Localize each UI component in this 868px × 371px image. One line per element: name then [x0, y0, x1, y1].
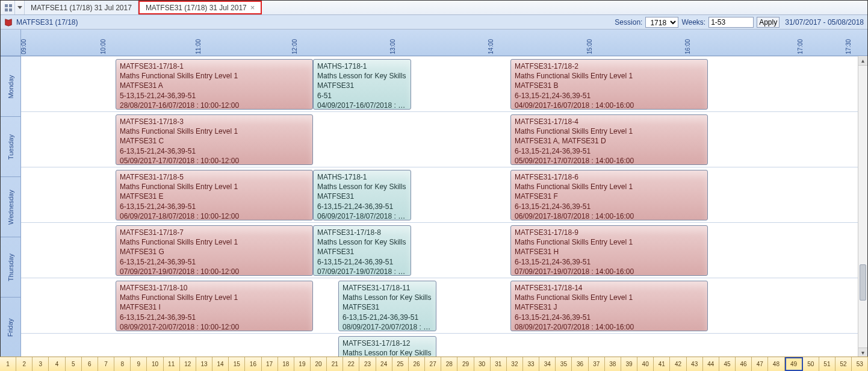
weeks-label: Weeks: — [681, 18, 705, 26]
week-cell[interactable]: 22 — [343, 357, 359, 371]
scroll-thumb[interactable] — [860, 264, 866, 301]
week-cell[interactable]: 16 — [245, 357, 261, 371]
hour-mark: 09:00 — [20, 39, 27, 54]
week-cell[interactable]: 7 — [98, 357, 114, 371]
hour-mark: 15:00 — [586, 39, 593, 54]
week-cell[interactable]: 37 — [589, 357, 605, 371]
tab-label: MATFSE31 (17/18) 31 Jul 2017 — [146, 4, 247, 12]
week-cell[interactable]: 45 — [719, 357, 736, 371]
week-cell[interactable]: 51 — [819, 357, 835, 371]
week-cell[interactable]: 21 — [327, 357, 343, 371]
tab-dropdown-icon[interactable] — [15, 1, 25, 14]
week-cell[interactable]: 14 — [212, 357, 229, 371]
week-cell[interactable]: 53 — [852, 357, 868, 371]
timetable-event[interactable]: MATFSE31-17/18-2Maths Functional Skills … — [510, 59, 708, 110]
week-cell[interactable]: 52 — [835, 357, 852, 371]
apply-button[interactable]: Apply — [757, 17, 780, 28]
timetable-event[interactable]: MATFSE31-17/18-4Maths Functional Skills … — [510, 114, 708, 165]
date-range: 31/07/2017 - 05/08/2018 — [785, 18, 864, 26]
tab-matfse31[interactable]: MATFSE31 (17/18) 31 Jul 2017 × — [138, 1, 262, 14]
week-cell[interactable]: 34 — [539, 357, 556, 371]
timetable-event[interactable]: MATFSE31-17/18-12Maths Lesson for Key Sk… — [338, 336, 436, 357]
week-cell[interactable]: 40 — [637, 357, 654, 371]
timetable-event[interactable]: MATFSE31-17/18-5Maths Functional Skills … — [116, 170, 313, 220]
close-icon[interactable]: × — [250, 3, 255, 12]
timetable-event[interactable]: MATFSE31-17/18-9Maths Functional Skills … — [510, 225, 708, 276]
week-cell[interactable]: 31 — [491, 357, 507, 371]
timetable-event[interactable]: MATHS-1718-1Maths Lesson for Key SkillsM… — [313, 170, 411, 220]
week-cell[interactable]: 1 — [0, 357, 16, 371]
grid-view-icon[interactable] — [2, 1, 15, 14]
timetable-event[interactable]: MATFSE31-17/18-14Maths Functional Skills… — [510, 281, 708, 331]
day-label: Wednesday — [1, 176, 20, 237]
week-cell[interactable]: 25 — [392, 357, 409, 371]
scroll-down-icon[interactable]: ▾ — [858, 348, 867, 357]
timetable-event[interactable]: MATFSE31-17/18-3Maths Functional Skills … — [116, 114, 313, 165]
day-row: MATFSE31-17/18-3Maths Functional Skills … — [21, 111, 867, 167]
week-cell[interactable]: 32 — [507, 357, 523, 371]
week-cell[interactable]: 39 — [621, 357, 637, 371]
week-cell[interactable]: 38 — [605, 357, 621, 371]
page-title: MATFSE31 (17/18) — [16, 18, 78, 26]
day-label: Thursday — [1, 237, 20, 297]
week-cell[interactable]: 3 — [33, 357, 49, 371]
week-cell[interactable]: 33 — [523, 357, 539, 371]
week-cell[interactable]: 27 — [425, 357, 441, 371]
week-cell[interactable]: 8 — [114, 357, 131, 371]
vertical-scrollbar[interactable]: ▴ ▾ — [858, 56, 867, 357]
scroll-up-icon[interactable]: ▴ — [858, 56, 867, 66]
timetable-event[interactable]: MATFSE31-17/18-10Maths Functional Skills… — [116, 281, 313, 331]
week-cell[interactable]: 50 — [803, 357, 819, 371]
week-cell[interactable]: 2 — [16, 357, 33, 371]
week-cell[interactable]: 29 — [457, 357, 474, 371]
week-cell[interactable]: 24 — [376, 357, 392, 371]
session-select[interactable]: 1718 — [645, 17, 678, 28]
week-cell[interactable]: 46 — [736, 357, 752, 371]
week-cell[interactable]: 15 — [229, 357, 245, 371]
week-cell[interactable]: 19 — [294, 357, 311, 371]
hour-mark: 10:00 — [100, 39, 107, 54]
book-icon — [4, 18, 13, 26]
timetable-event[interactable]: MATFSE31-17/18-7Maths Functional Skills … — [116, 225, 313, 276]
timetable-event[interactable]: MATFSE31-17/18-6Maths Functional Skills … — [510, 170, 708, 220]
week-cell[interactable]: 49 — [785, 357, 803, 371]
week-cell[interactable]: 5 — [66, 357, 82, 371]
week-cell[interactable]: 35 — [556, 357, 572, 371]
week-cell[interactable]: 28 — [441, 357, 457, 371]
hour-mark: 17:00 — [797, 39, 804, 54]
week-cell[interactable]: 36 — [572, 357, 588, 371]
day-row: MATFSE31-17/18-1Maths Functional Skills … — [21, 56, 867, 111]
week-cell[interactable]: 12 — [180, 357, 196, 371]
week-cell[interactable]: 11 — [164, 357, 180, 371]
day-label: Monday — [1, 56, 20, 116]
week-cell[interactable]: 17 — [262, 357, 278, 371]
svg-rect-0 — [5, 4, 8, 7]
week-cell[interactable]: 6 — [82, 357, 98, 371]
week-cell[interactable]: 44 — [703, 357, 719, 371]
week-cell[interactable]: 23 — [359, 357, 376, 371]
week-cell[interactable]: 20 — [311, 357, 327, 371]
week-cell[interactable]: 48 — [768, 357, 784, 371]
svg-rect-1 — [9, 4, 12, 7]
week-cell[interactable]: 41 — [654, 357, 670, 371]
week-cell[interactable]: 9 — [131, 357, 147, 371]
hour-mark: 11:00 — [195, 39, 202, 54]
week-cell[interactable]: 4 — [49, 357, 65, 371]
timetable-event[interactable]: MATFSE31-17/18-1Maths Functional Skills … — [116, 59, 313, 110]
hour-mark: 14:00 — [488, 39, 494, 54]
day-row: MATFSE31-17/18-10Maths Functional Skills… — [21, 278, 867, 333]
week-cell[interactable]: 13 — [196, 357, 212, 371]
timetable-event[interactable]: MATFSE31-17/18-8Maths Lesson for Key Ski… — [313, 225, 411, 276]
week-cell[interactable]: 43 — [687, 357, 703, 371]
week-cell[interactable]: 30 — [474, 357, 491, 371]
tab-matfse11[interactable]: MATFSE11 (17/18) 31 Jul 2017 — [25, 1, 138, 14]
week-cell[interactable]: 18 — [278, 357, 294, 371]
week-cell[interactable]: 26 — [409, 357, 425, 371]
weeks-input[interactable] — [708, 17, 754, 28]
week-cell[interactable]: 42 — [670, 357, 686, 371]
week-cell[interactable]: 47 — [752, 357, 768, 371]
timetable-event[interactable]: MATFSE31-17/18-11Maths Lesson for Key Sk… — [338, 281, 436, 331]
week-cell[interactable]: 10 — [147, 357, 163, 371]
hour-mark: 17:30 — [845, 39, 852, 54]
timetable-event[interactable]: MATHS-1718-1Maths Lesson for Key SkillsM… — [313, 59, 411, 110]
